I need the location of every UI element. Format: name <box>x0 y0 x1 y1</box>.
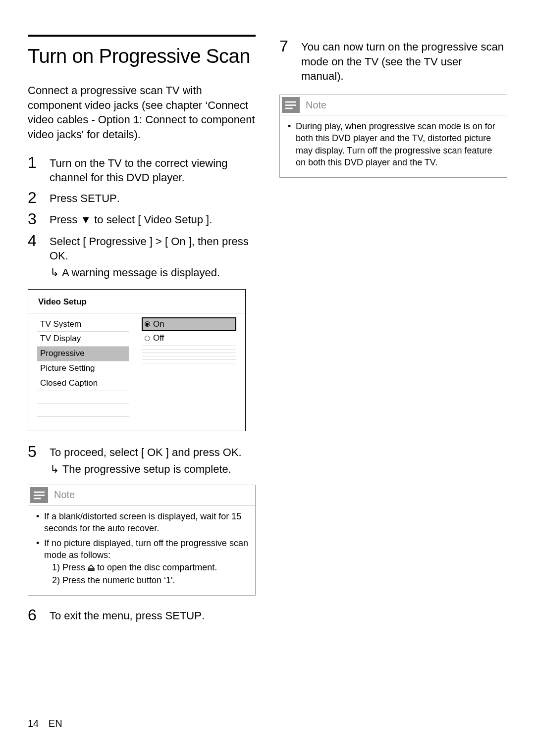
osd-item-blank <box>142 360 236 363</box>
osd-item: TV Display <box>37 332 129 347</box>
svg-rect-0 <box>34 491 45 493</box>
step-body: Turn on the TV to the correct viewing ch… <box>50 154 256 185</box>
page-language: EN <box>49 718 62 729</box>
osd-item: Closed Caption <box>37 376 129 391</box>
eject-icon <box>88 562 95 574</box>
osd-item-blank <box>37 391 129 404</box>
osd-left-list: TV System TV Display Progressive Picture… <box>37 317 129 417</box>
step-text: Press <box>50 192 80 204</box>
note-item: If no picture displayed, turn off the pr… <box>35 537 248 586</box>
step-text: . <box>65 250 68 262</box>
note-icon <box>282 97 300 113</box>
radio-on-icon <box>145 321 150 327</box>
step-text: . <box>117 192 120 204</box>
note-box: Note If a blank/distorted screen is disp… <box>28 485 256 596</box>
step-body: You can now turn on the progressive scan… <box>301 38 507 84</box>
step-body: Select [ Progressive ] > [ On ], then pr… <box>50 232 256 280</box>
page-title: Turn on Progressive Scan <box>28 43 256 69</box>
osd-figure: Video Setup TV System TV Display Progres… <box>28 289 246 432</box>
steps-list: 1 Turn on the TV to the correct viewing … <box>28 154 256 280</box>
osd-item-blank <box>142 350 236 353</box>
button-label: SETUP <box>165 609 202 622</box>
result-line: ↳ A warning message is displayed. <box>50 265 256 280</box>
step-number: 5 <box>28 443 50 460</box>
step-text: , then press <box>192 235 249 248</box>
note-body: During play, when progressive scan mode … <box>280 115 507 177</box>
note-text: to open the disc compartment. <box>95 562 217 572</box>
note-subline: 1) Press to open the disc compartment. <box>44 561 248 574</box>
note-text: If no picture displayed, turn off the pr… <box>44 538 248 560</box>
step-body: To proceed, select [ OK ] and press OK. … <box>50 443 256 476</box>
page-footer: 14 EN <box>28 717 62 730</box>
step-number: 3 <box>28 210 50 228</box>
note-label: Note <box>54 488 75 502</box>
note-text: 2) Press the <box>52 575 103 585</box>
result-arrow-icon: ↳ <box>50 265 59 280</box>
steps-list: 5 To proceed, select [ OK ] and press OK… <box>28 443 256 476</box>
osd-item-blank <box>142 346 236 350</box>
step-body: Press ▼ to select [ Video Setup ]. <box>50 210 256 227</box>
steps-list: 6 To exit the menu, press SETUP. <box>28 606 256 624</box>
osd-body: TV System TV Display Progressive Picture… <box>28 313 245 431</box>
osd-option-label: Off <box>153 333 164 344</box>
step-number: 7 <box>279 38 301 55</box>
osd-title: Video Setup <box>28 290 245 313</box>
step-text: Press <box>50 213 80 226</box>
step-number: 2 <box>28 189 50 206</box>
result-text: A warning message is displayed. <box>62 266 220 279</box>
button-label: OK <box>223 446 239 458</box>
svg-rect-5 <box>285 101 296 103</box>
note-subline: 2) Press the numeric button ‘1'. <box>44 574 248 586</box>
result-line: ↳ The progressive setup is complete. <box>50 462 256 477</box>
note-item: If a blank/distorted screen is displayed… <box>35 510 248 535</box>
note-text: . <box>173 575 175 585</box>
note-header: Note <box>280 95 507 115</box>
steps-list: 7 You can now turn on the progressive sc… <box>279 38 507 84</box>
down-arrow-icon: ▼ <box>80 213 91 226</box>
step-body: Press SETUP. <box>50 189 256 206</box>
step-text: To proceed, select <box>50 446 141 458</box>
svg-rect-4 <box>88 569 94 570</box>
osd-item-blank <box>142 353 236 356</box>
button-label: SETUP <box>80 192 116 204</box>
right-column: 7 You can now turn on the progressive sc… <box>279 35 507 628</box>
result-arrow-icon: ↳ <box>50 462 59 477</box>
note-label: Note <box>306 99 326 112</box>
left-column: Turn on Progressive Scan Connect a progr… <box>28 35 256 628</box>
note-icon <box>30 487 48 503</box>
osd-right-list: On Off <box>142 317 236 417</box>
step-text: Select <box>50 235 83 248</box>
step-number: 1 <box>28 154 50 171</box>
menu-label: [ On ] <box>165 235 192 248</box>
radio-off-icon <box>145 336 150 341</box>
button-label: numeric button ‘1' <box>103 575 173 585</box>
step-text: to select <box>91 213 138 226</box>
step-text: > <box>153 235 165 248</box>
step-text: and press <box>169 446 223 458</box>
step-number: 6 <box>28 606 50 624</box>
osd-option-label: On <box>153 319 164 330</box>
note-header: Note <box>28 485 255 505</box>
step-text: . <box>239 446 242 458</box>
menu-label: [ Video Setup ] <box>138 213 209 226</box>
osd-item-blank <box>142 356 236 360</box>
note-item: During play, when progressive scan mode … <box>287 120 500 168</box>
step-text: . <box>202 609 205 622</box>
note-body: If a blank/distorted screen is displayed… <box>28 505 255 596</box>
step-body: To exit the menu, press SETUP. <box>50 606 256 623</box>
menu-label: [ OK ] <box>141 446 169 458</box>
osd-item: TV System <box>37 317 129 332</box>
svg-rect-6 <box>285 104 296 106</box>
osd-option-selected: On <box>142 317 236 332</box>
osd-item: Picture Setting <box>37 361 129 376</box>
osd-item-selected: Progressive <box>37 347 129 361</box>
svg-rect-2 <box>34 498 41 499</box>
result-text: The progressive setup is complete. <box>62 463 231 475</box>
osd-item-blank <box>37 404 129 417</box>
note-box: Note During play, when progressive scan … <box>279 95 507 178</box>
svg-rect-7 <box>285 108 293 109</box>
step-text: . <box>209 213 212 226</box>
button-label: OK <box>50 250 65 262</box>
heading-rule <box>28 35 256 37</box>
svg-rect-1 <box>34 495 45 496</box>
